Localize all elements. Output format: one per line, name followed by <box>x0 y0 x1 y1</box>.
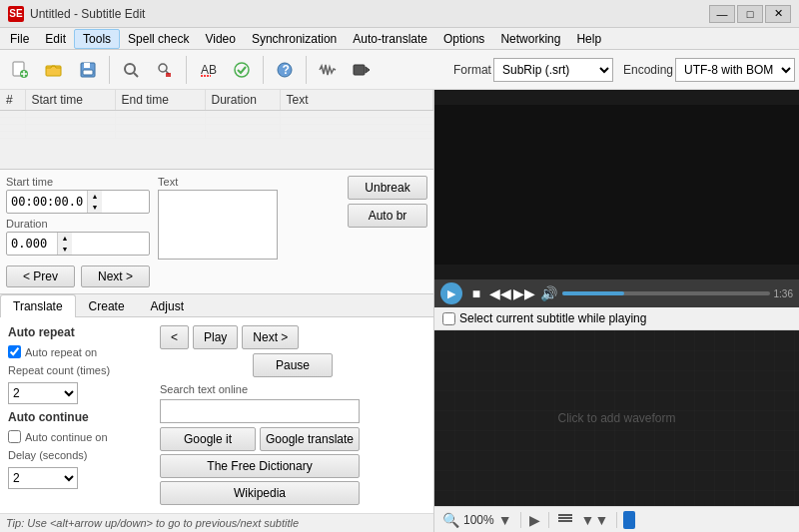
title-bar: SE Untitled - Subtitle Edit — □ ✕ <box>0 0 799 28</box>
tip-bar: Tip: Use <alt+arrow up/down> to go to pr… <box>0 513 433 532</box>
waveform-settings-button[interactable]: ▼▼ <box>579 512 611 528</box>
menu-autotranslate[interactable]: Auto-translate <box>345 30 435 48</box>
google-translate-button[interactable]: Google translate <box>260 427 360 451</box>
video-prev-frame[interactable]: ◀◀ <box>490 283 510 303</box>
table-row[interactable] <box>0 118 433 125</box>
spellcheck-button[interactable]: ABC <box>192 54 224 86</box>
unbreak-button[interactable]: Unbreak <box>348 176 427 200</box>
online-buttons: Google it Google translate The Free Dict… <box>160 427 425 505</box>
col-header-duration: Duration <box>205 90 280 111</box>
duration-input[interactable] <box>7 235 57 253</box>
find-replace-button[interactable] <box>149 54 181 86</box>
maximize-button[interactable]: □ <box>737 5 763 23</box>
start-time-label: Start time <box>6 176 150 188</box>
next-ctrl-button[interactable]: Next > <box>242 325 299 349</box>
menu-options[interactable]: Options <box>435 30 492 48</box>
tab-adjust[interactable]: Adjust <box>138 294 197 317</box>
find-button[interactable] <box>115 54 147 86</box>
repeat-count-select[interactable]: 2 1 3 <box>8 382 78 404</box>
play-controls: < Play Next > <box>160 325 425 349</box>
start-time-up[interactable]: ▲ <box>88 191 102 202</box>
video-play-button[interactable]: ▶ <box>440 282 462 304</box>
wikipedia-button[interactable]: Wikipedia <box>160 481 360 505</box>
save-button[interactable] <box>72 54 104 86</box>
duration-input-wrap: ▲ ▼ <box>6 232 150 256</box>
menu-spellcheck[interactable]: Spell check <box>120 30 197 48</box>
open-button[interactable] <box>38 54 70 86</box>
auto-continue-checkbox[interactable] <box>8 430 21 443</box>
prev-button[interactable]: < Prev <box>6 266 75 287</box>
menu-video[interactable]: Video <box>197 30 243 48</box>
pause-button[interactable]: Pause <box>253 353 333 377</box>
waveform-placeholder-text: Click to add waveform <box>557 411 675 425</box>
auto-repeat-checkbox[interactable] <box>8 345 21 358</box>
play-ctrl-button[interactable]: Play <box>193 325 238 349</box>
autobr-button[interactable]: Auto br <box>348 204 427 228</box>
svg-rect-17 <box>354 65 365 75</box>
subtitle-playing-checkbox[interactable] <box>442 312 455 325</box>
zoom-display: 🔍 100% ▼ <box>440 512 514 528</box>
start-time-group: Start time ▲ ▼ <box>6 176 150 214</box>
waveform-area[interactable]: Click to add waveform <box>434 330 799 506</box>
table-row[interactable] <box>0 125 433 132</box>
svg-line-9 <box>134 73 138 77</box>
encoding-select[interactable]: UTF-8 with BOM UTF-8 UTF-16 Windows-1252 <box>675 58 795 82</box>
tab-create[interactable]: Create <box>76 294 138 317</box>
format-label: Format <box>453 63 491 77</box>
svg-rect-7 <box>83 70 93 75</box>
check-button[interactable] <box>226 54 258 86</box>
window-title: Untitled - Subtitle Edit <box>30 7 709 21</box>
subtitle-text-input[interactable] <box>158 190 278 260</box>
minimize-button[interactable]: — <box>709 5 735 23</box>
video-placeholder <box>434 105 799 265</box>
main-layout: # Start time End time Duration Text <box>0 90 799 532</box>
col-header-start: Start time <box>25 90 115 111</box>
video-area <box>434 90 799 279</box>
svg-point-10 <box>159 64 167 72</box>
zoom-out-icon[interactable]: 🔍 <box>440 512 461 528</box>
google-it-button[interactable]: Google it <box>160 427 256 451</box>
prev-ctrl-button[interactable]: < <box>160 325 189 349</box>
menu-synchronization[interactable]: Synchronization <box>244 30 345 48</box>
svg-rect-20 <box>558 514 572 516</box>
waveform-button[interactable] <box>312 54 344 86</box>
menu-tools[interactable]: Tools <box>74 29 120 49</box>
waveform-play-button[interactable]: ▶ <box>527 512 542 528</box>
auto-repeat-on-label: Auto repeat on <box>25 346 97 358</box>
help-button[interactable]: ? <box>269 54 301 86</box>
search-online-input[interactable] <box>160 399 360 423</box>
tab-left-controls: Auto repeat Auto repeat on Repeat count … <box>8 325 148 505</box>
auto-continue-on-row: Auto continue on <box>8 430 148 443</box>
video-stop-button[interactable]: ■ <box>466 283 486 303</box>
duration-down[interactable]: ▼ <box>58 244 72 255</box>
menu-edit[interactable]: Edit <box>37 30 74 48</box>
tab-translate[interactable]: Translate <box>0 294 76 317</box>
menu-file[interactable]: File <box>2 30 37 48</box>
start-time-down[interactable]: ▼ <box>88 202 102 213</box>
video-audio-button[interactable]: 🔊 <box>538 283 558 303</box>
repeat-count-label: Repeat count (times) <box>8 364 148 376</box>
video-progress-bar[interactable] <box>562 291 770 295</box>
duration-up[interactable]: ▲ <box>58 233 72 244</box>
free-dictionary-button[interactable]: The Free Dictionary <box>160 454 360 478</box>
next-button[interactable]: Next > <box>81 266 150 287</box>
col-header-end: End time <box>115 90 205 111</box>
waveform-align-button[interactable] <box>555 510 575 529</box>
close-button[interactable]: ✕ <box>765 5 791 23</box>
video-button[interactable] <box>346 54 378 86</box>
start-time-input[interactable] <box>7 193 87 211</box>
menu-help[interactable]: Help <box>568 30 609 48</box>
delay-select[interactable]: 2 1 3 <box>8 467 78 489</box>
separator-1 <box>109 56 110 84</box>
start-time-spinners: ▲ ▼ <box>87 191 102 213</box>
table-row[interactable] <box>0 111 433 118</box>
zoom-in-icon[interactable]: ▼ <box>496 512 514 528</box>
new-button[interactable] <box>4 54 36 86</box>
duration-group: Duration ▲ ▼ <box>6 218 150 256</box>
waveform-position-indicator[interactable] <box>623 511 635 529</box>
window-controls: — □ ✕ <box>709 5 791 23</box>
video-next-frame[interactable]: ▶▶ <box>514 283 534 303</box>
format-select[interactable]: SubRip (.srt) MicroDVD (.sub) Advanced S… <box>493 58 613 82</box>
menu-networking[interactable]: Networking <box>492 30 568 48</box>
table-row[interactable] <box>0 132 433 139</box>
